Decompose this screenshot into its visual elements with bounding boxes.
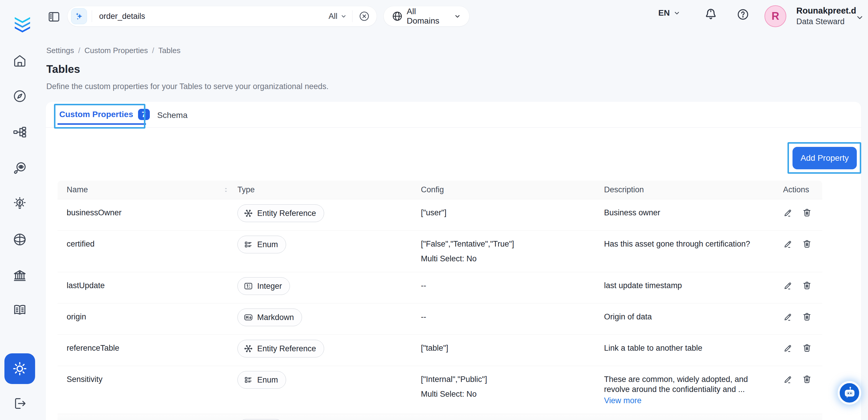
language-selector[interactable]: EN xyxy=(658,8,681,18)
type-label: Enum xyxy=(257,240,278,249)
column-header-type: Type xyxy=(238,185,421,194)
column-header-description: Description xyxy=(604,185,783,194)
property-config: -- xyxy=(421,280,604,291)
breadcrumb-tables[interactable]: Tables xyxy=(158,46,181,55)
property-description: Has this asset gone through certificatio… xyxy=(604,239,783,249)
compass-icon xyxy=(12,88,27,104)
chevron-down-icon xyxy=(340,12,347,20)
type-badge: Enum xyxy=(238,371,286,389)
sidebar-item-glossary[interactable] xyxy=(11,301,28,318)
config-line: ["user"] xyxy=(421,208,604,218)
property-name: certified xyxy=(58,239,238,249)
description-text: Origin of data xyxy=(604,312,771,322)
sidebar-item-lineage[interactable] xyxy=(11,124,28,140)
delete-button[interactable] xyxy=(802,208,812,218)
bank-icon xyxy=(12,268,27,283)
content-card: Custom Properties 7 Schema Add Property … xyxy=(46,102,861,420)
property-config: ["Internal","Public"]Multi Select: No xyxy=(421,374,604,399)
edit-button[interactable] xyxy=(783,343,793,353)
tab-schema[interactable]: Schema xyxy=(157,111,188,120)
logout-icon xyxy=(12,396,27,411)
profile-menu-button[interactable] xyxy=(855,12,865,22)
property-description: last update timestamp xyxy=(604,280,783,291)
divider xyxy=(352,10,352,22)
breadcrumb-custom-properties[interactable]: Custom Properties xyxy=(84,46,148,55)
active-tab-underline xyxy=(58,123,146,125)
chevron-down-icon xyxy=(453,12,462,20)
breadcrumb-settings[interactable]: Settings xyxy=(46,46,74,55)
description-text: Link a table to another table xyxy=(604,343,771,353)
search-eye-icon xyxy=(12,160,27,176)
app-logo[interactable] xyxy=(10,11,35,35)
sidebar-item-explore[interactable] xyxy=(11,88,28,104)
question-icon xyxy=(736,8,750,21)
column-header-name[interactable]: Name xyxy=(58,185,238,194)
clear-search-button[interactable] xyxy=(358,10,370,22)
integer-icon xyxy=(243,281,254,291)
panel-toggle-icon xyxy=(47,10,61,24)
sidebar-item-govern[interactable] xyxy=(11,267,28,284)
delete-button[interactable] xyxy=(802,239,812,249)
config-line: ["Internal","Public"] xyxy=(421,374,604,384)
ai-sparkle-icon[interactable] xyxy=(71,8,87,24)
table-row: originMarkdown--Origin of data xyxy=(58,303,822,335)
property-description: Origin of data xyxy=(604,312,783,322)
sidebar-item-observability[interactable] xyxy=(11,160,28,176)
type-badge: Entity Reference xyxy=(238,204,324,222)
chat-bot-button[interactable] xyxy=(838,382,861,404)
tab-count-badge: 7 xyxy=(138,109,150,120)
description-text: Has this asset gone through certificatio… xyxy=(604,239,771,249)
type-badge: Integer xyxy=(238,277,290,295)
type-label: Entity Reference xyxy=(257,344,316,353)
search-scope-dropdown[interactable]: All xyxy=(329,12,347,21)
help-button[interactable] xyxy=(736,8,750,21)
delete-button[interactable] xyxy=(802,374,812,384)
lightbulb-icon xyxy=(12,196,27,211)
sidebar-item-insights[interactable] xyxy=(11,195,28,211)
sidebar-item-logout[interactable] xyxy=(11,395,28,412)
sidebar-item-domains[interactable] xyxy=(11,231,28,248)
markdown-icon xyxy=(243,312,254,323)
sidebar-item-home[interactable] xyxy=(11,53,28,69)
property-description: These are common, widely adopted, and re… xyxy=(604,374,783,406)
sidebar-collapse-button[interactable] xyxy=(47,10,61,24)
type-badge: Markdown xyxy=(238,308,302,326)
avatar[interactable]: R xyxy=(765,5,786,27)
search-input[interactable] xyxy=(92,11,329,21)
property-name: businessOwner xyxy=(58,208,238,218)
home-icon xyxy=(12,53,27,68)
property-name: origin xyxy=(58,312,238,322)
description-text: Business owner xyxy=(604,208,771,218)
edit-button[interactable] xyxy=(783,239,793,249)
node-tree-icon xyxy=(12,124,27,140)
entity-reference-icon xyxy=(243,208,254,218)
domains-filter-button[interactable]: All Domains xyxy=(383,6,469,27)
type-badge: Enum xyxy=(238,236,286,253)
view-more-link[interactable]: View more xyxy=(604,395,642,406)
edit-button[interactable] xyxy=(783,374,793,384)
property-config: ["user"] xyxy=(421,208,604,218)
sidebar xyxy=(0,0,39,420)
property-config: ["False","Tentative","True"]Multi Select… xyxy=(421,239,604,264)
delete-button[interactable] xyxy=(802,280,812,291)
enum-icon xyxy=(243,239,254,250)
sidebar-item-settings[interactable] xyxy=(4,353,35,384)
sort-icon[interactable] xyxy=(222,186,230,194)
delete-button[interactable] xyxy=(802,343,812,353)
type-label: Integer xyxy=(257,282,282,291)
tab-bar: Custom Properties 7 Schema xyxy=(46,102,861,128)
notifications-button[interactable] xyxy=(704,6,718,21)
entity-reference-icon xyxy=(243,343,254,354)
delete-button[interactable] xyxy=(802,312,812,322)
book-icon xyxy=(12,302,27,318)
tab-custom-properties[interactable]: Custom Properties 7 xyxy=(59,109,150,120)
edit-button[interactable] xyxy=(783,280,793,291)
edit-button[interactable] xyxy=(783,208,793,218)
page-subtitle: Define the custom properties for your Ta… xyxy=(46,82,329,91)
property-name: lastUpdate xyxy=(58,280,238,291)
type-label: Markdown xyxy=(257,313,294,322)
property-description: Business owner xyxy=(604,208,783,218)
edit-button[interactable] xyxy=(783,312,793,322)
add-property-button[interactable]: Add Property xyxy=(793,147,857,169)
config-line: -- xyxy=(421,280,604,291)
